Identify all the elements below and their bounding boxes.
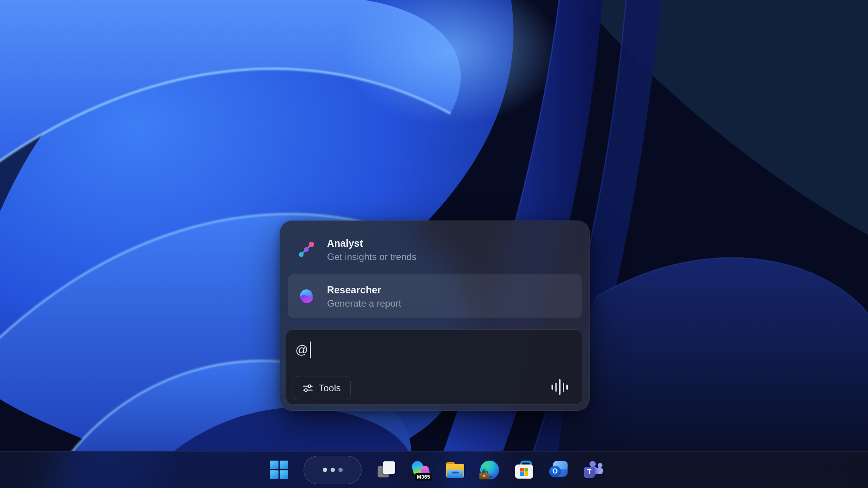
taskbar-search-pill[interactable] [304,456,362,484]
copilot-m365-icon: M365 [411,460,430,480]
ellipsis-dot [338,468,343,472]
menu-item-researcher[interactable]: Researcher Generate a report [288,274,582,318]
agent-title: Researcher [327,283,401,297]
file-explorer-icon [446,461,465,479]
agent-subtitle: Generate a report [327,297,401,310]
windows-logo-icon [270,461,288,479]
sliders-icon [302,383,313,394]
outlook-button[interactable]: O [549,457,568,483]
agent-menu: Analyst Get insights or trends [280,221,590,318]
task-view-button[interactable] [376,457,396,483]
teams-button[interactable]: T [583,457,603,483]
menu-item-analyst[interactable]: Analyst Get insights or trends [288,229,582,270]
analyst-trend-dots-icon [297,240,315,258]
edge-browser-button[interactable] [480,457,499,483]
outlook-letter: O [549,466,561,477]
ellipsis-dot [331,468,335,472]
microsoft-store-icon [515,461,533,479]
start-button[interactable] [269,457,289,483]
task-view-icon [377,461,396,479]
m365-badge: M365 [415,473,432,481]
composer-input-box: @ Tools [286,329,583,405]
prompt-text: @ [295,343,308,357]
taskbar-items: M365 O [269,452,603,488]
copilot-palette: Analyst Get insights or trends [280,221,590,411]
agent-subtitle: Get insights or trends [327,250,416,263]
tools-button[interactable]: Tools [293,376,351,400]
voice-waveform-icon [552,379,568,395]
text-caret [310,342,311,358]
edge-browser-icon [480,461,499,479]
ellipsis-dot [323,468,327,472]
voice-input-button[interactable] [550,378,569,396]
agent-title: Analyst [327,236,416,250]
teams-letter: T [584,467,595,478]
teams-icon: T [583,461,603,479]
taskbar: M365 O [0,451,868,488]
file-explorer-button[interactable] [445,457,465,483]
microsoft-store-button[interactable] [514,457,534,483]
prompt-input[interactable]: @ [295,342,374,358]
copilot-m365-button[interactable]: M365 [411,457,430,483]
outlook-icon: O [549,461,568,479]
researcher-planet-icon [297,287,315,305]
tools-button-label: Tools [319,383,341,394]
